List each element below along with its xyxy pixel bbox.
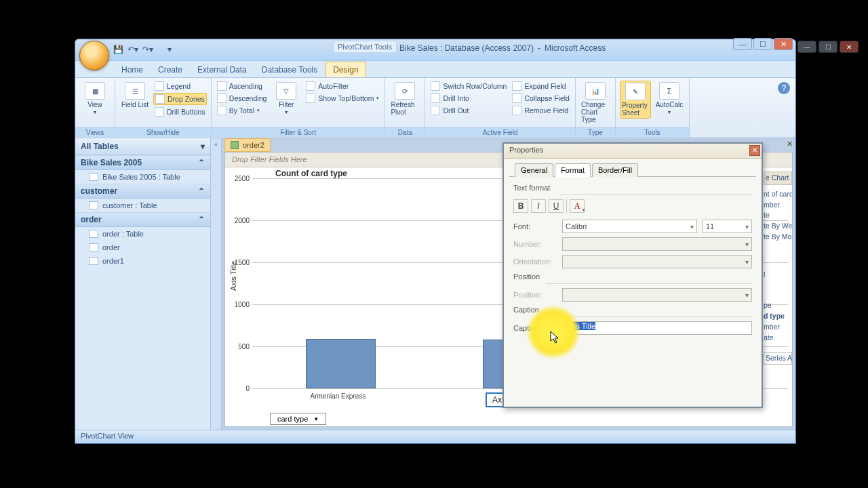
filter-icon: ▽	[276, 82, 296, 100]
outer-maximize-icon[interactable]: ☐	[818, 41, 837, 53]
show-top-bottom-button[interactable]: Show Top/Bottom▾	[304, 93, 380, 104]
position-label: Position:	[513, 291, 557, 299]
nav-item-order1[interactable]: order1	[75, 254, 210, 268]
minimize-button[interactable]: —	[733, 38, 752, 50]
autocalc-button[interactable]: ΣAutoCalc▼	[654, 81, 685, 116]
tab-border-fill[interactable]: Border/Fill	[592, 163, 638, 177]
collapse-field-button[interactable]: Collapse Field	[511, 93, 571, 104]
caption-label: Caption:	[513, 324, 557, 332]
collapse-icon	[512, 94, 521, 103]
section-text-format: Text format	[513, 184, 550, 192]
group-type-label: Type	[576, 127, 615, 137]
change-chart-type-button[interactable]: 📊Change Chart Type	[580, 81, 611, 125]
qat-save-icon[interactable]: 💾	[112, 43, 124, 56]
number-combo	[562, 237, 752, 251]
filter-button[interactable]: ▽Filter▼	[271, 81, 302, 116]
underline-button[interactable]: U	[549, 199, 564, 213]
bar	[306, 339, 376, 388]
refresh-pivot-button[interactable]: ⟳Refresh Pivot	[389, 81, 420, 117]
drill-buttons-button[interactable]: Drill Buttons	[153, 106, 207, 117]
remove-icon	[512, 106, 521, 115]
form-icon	[231, 141, 239, 149]
document-close-icon[interactable]: ✕	[785, 140, 794, 149]
orientation-label: Orientation:	[513, 258, 557, 266]
by-total-button[interactable]: By Total▾	[216, 105, 268, 116]
nav-item-bikesales-table[interactable]: Bike Sales 2005 : Table	[75, 170, 210, 184]
caption-input[interactable]: Axis Title	[562, 321, 752, 335]
orientation-combo	[562, 255, 752, 268]
nav-group-bikesales[interactable]: Bike Sales 2005⌃	[75, 155, 210, 170]
y-tick: 2000	[235, 217, 250, 224]
view-button[interactable]: ▦View▼	[79, 81, 111, 116]
section-position: Position	[513, 272, 540, 281]
show-top-icon	[306, 94, 315, 103]
chevron-down-icon: ▾	[201, 142, 205, 151]
legend-button[interactable]: Legend	[153, 81, 207, 92]
remove-field-button[interactable]: Remove Field	[511, 105, 571, 116]
autofilter-button[interactable]: AutoFilter	[304, 81, 380, 92]
switch-row-column-button[interactable]: Switch Row/Column	[429, 81, 508, 92]
chart-title: Count of card type	[273, 169, 350, 178]
nav-item-order[interactable]: order	[75, 241, 210, 254]
descending-icon	[217, 94, 226, 103]
refresh-icon: ⟳	[395, 82, 415, 100]
shutter-button[interactable]: «	[211, 138, 222, 430]
tab-external-data[interactable]: External Data	[191, 62, 254, 77]
tab-create[interactable]: Create	[151, 62, 189, 77]
qat-redo-icon[interactable]: ↷▾	[142, 43, 154, 56]
section-caption: Caption	[513, 306, 539, 314]
status-bar: PivotChart View	[75, 430, 795, 443]
descending-button[interactable]: Descending	[216, 93, 268, 104]
expand-field-button[interactable]: Expand Field	[511, 81, 571, 92]
close-button[interactable]: ✕	[774, 38, 793, 50]
nav-item-order-table[interactable]: order : Table	[75, 227, 210, 241]
nav-item-customer-table[interactable]: customer : Table	[75, 199, 210, 212]
tab-design[interactable]: Design	[326, 62, 366, 77]
qat-customize-icon[interactable]: ▾	[163, 43, 176, 56]
group-activefield-label: Active Field	[425, 127, 575, 137]
italic-button[interactable]: I	[531, 199, 546, 213]
ascending-icon	[217, 81, 226, 91]
tab-format[interactable]: Format	[555, 163, 591, 177]
nav-pane: All Tables▾ Bike Sales 2005⌃ Bike Sales …	[75, 138, 211, 430]
font-color-button[interactable]: A	[570, 199, 585, 213]
ribbon: ▦View▼ Views ☰Field List Legend Drop Zon…	[75, 77, 795, 138]
nav-group-customer[interactable]: customer⌃	[75, 184, 210, 199]
ribbon-tabs: Home Create External Data Database Tools…	[75, 61, 795, 77]
document-tab[interactable]: order2	[224, 138, 271, 152]
office-orb-icon[interactable]	[79, 41, 109, 70]
ascending-button[interactable]: Ascending	[216, 81, 268, 92]
maximize-button[interactable]: ☐	[753, 38, 772, 50]
y-tick: 0	[245, 385, 250, 392]
position-combo	[562, 288, 752, 302]
drop-zones-button[interactable]: Drop Zones	[153, 93, 207, 105]
help-icon[interactable]: ?	[778, 82, 790, 94]
tab-database-tools[interactable]: Database Tools	[255, 62, 325, 77]
group-showhide-label: Show/Hide	[115, 127, 211, 137]
properties-close-button[interactable]: ✕	[749, 145, 760, 156]
view-icon: ▦	[85, 82, 105, 100]
font-combo[interactable]: Calibri	[562, 220, 697, 233]
nav-header[interactable]: All Tables▾	[75, 138, 210, 155]
tab-home[interactable]: Home	[115, 62, 150, 77]
font-size-combo[interactable]: 11	[703, 220, 752, 233]
nav-group-order[interactable]: order⌃	[75, 212, 210, 227]
group-views-label: Views	[75, 127, 115, 137]
bold-button[interactable]: B	[513, 199, 528, 213]
property-sheet-button[interactable]: ✎Property Sheet	[620, 81, 651, 119]
drill-out-button[interactable]: Drill Out	[429, 105, 508, 116]
table-icon	[89, 201, 98, 209]
font-label: Font:	[513, 222, 557, 230]
properties-titlebar[interactable]: Properties ✕	[504, 144, 762, 159]
field-list-button[interactable]: ☰Field List	[119, 81, 151, 110]
outer-close-icon[interactable]: ✕	[840, 41, 859, 53]
chevron-up-icon: ⌃	[198, 186, 205, 196]
qat-undo-icon[interactable]: ↶▾	[127, 43, 139, 56]
properties-tabs: General Format Border/Fill	[509, 159, 756, 177]
status-text: PivotChart View	[81, 432, 134, 440]
properties-window[interactable]: Properties ✕ General Format Border/Fill …	[502, 142, 763, 408]
card-type-dropdown[interactable]: card type	[270, 413, 326, 425]
drill-into-button[interactable]: Drill Into	[429, 93, 508, 104]
tab-general[interactable]: General	[515, 163, 553, 177]
outer-minimize-icon[interactable]: —	[797, 41, 816, 53]
